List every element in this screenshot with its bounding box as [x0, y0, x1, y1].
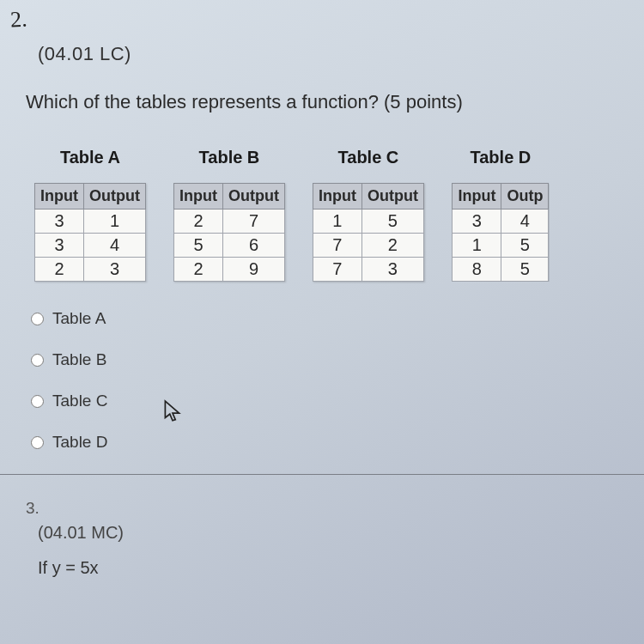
table-d-title: Table D	[471, 148, 532, 167]
table-a-title: Table A	[60, 148, 120, 167]
table-c-col: Table C InputOutput 15 72 73	[313, 148, 424, 282]
table-row: 73	[313, 258, 423, 282]
table-row: 29	[173, 258, 284, 282]
question-divider	[0, 474, 644, 475]
table-row: 34	[453, 210, 549, 234]
table-row: 34	[35, 234, 146, 258]
tables-row: Table A InputOutput 31 34 23 Table B Inp…	[34, 148, 644, 282]
table-row: 31	[35, 210, 146, 234]
next-question-number: 3.	[26, 499, 644, 518]
table-row: 15	[313, 210, 423, 234]
option-c-row[interactable]: Table C	[31, 392, 644, 410]
cursor-icon	[163, 399, 182, 423]
table-row: 27	[173, 210, 284, 234]
table-b: InputOutput 27 56 29	[173, 183, 285, 282]
option-d-row[interactable]: Table D	[31, 433, 644, 452]
table-d: InputOutp 34 15 85	[452, 183, 549, 282]
option-d-radio[interactable]	[31, 436, 44, 449]
header-input: Input	[453, 184, 501, 210]
next-question-stem: If y = 5x	[38, 558, 644, 578]
header-output: Output	[83, 184, 145, 210]
option-d-label: Table D	[52, 433, 107, 452]
option-a-row[interactable]: Table A	[31, 309, 644, 328]
question-text: Which of the tables represents a functio…	[26, 91, 644, 113]
answer-options: Table A Table B Table C Table D	[31, 309, 644, 452]
handwritten-question-number: 2.	[9, 7, 27, 33]
table-c-title: Table C	[338, 148, 399, 167]
table-b-col: Table B InputOutput 27 56 29	[173, 148, 285, 282]
table-b-title: Table B	[199, 148, 260, 167]
option-a-radio[interactable]	[31, 313, 44, 325]
header-output: Output	[222, 184, 284, 210]
next-lesson-code: (04.01 MC)	[38, 523, 644, 543]
table-d-col: Table D InputOutp 34 15 85	[452, 148, 550, 282]
table-row: 72	[313, 234, 423, 258]
header-input: Input	[313, 184, 361, 210]
table-row: 15	[453, 234, 549, 258]
table-row: 23	[35, 258, 146, 282]
header-output-clipped: Outp	[501, 184, 549, 210]
option-b-label: Table B	[52, 350, 106, 369]
option-c-radio[interactable]	[31, 395, 44, 408]
table-a: InputOutput 31 34 23	[34, 183, 146, 282]
option-c-label: Table C	[52, 392, 107, 410]
option-b-row[interactable]: Table B	[31, 350, 644, 369]
table-a-col: Table A InputOutput 31 34 23	[34, 148, 146, 282]
table-c: InputOutput 15 72 73	[313, 183, 424, 282]
table-row: 56	[173, 234, 284, 258]
header-input: Input	[173, 184, 222, 210]
lesson-code: (04.01 LC)	[38, 43, 644, 65]
header-input: Input	[35, 184, 84, 210]
header-output: Output	[361, 184, 423, 210]
option-a-label: Table A	[52, 309, 106, 328]
table-row: 85	[453, 258, 549, 282]
option-b-radio[interactable]	[31, 354, 44, 367]
